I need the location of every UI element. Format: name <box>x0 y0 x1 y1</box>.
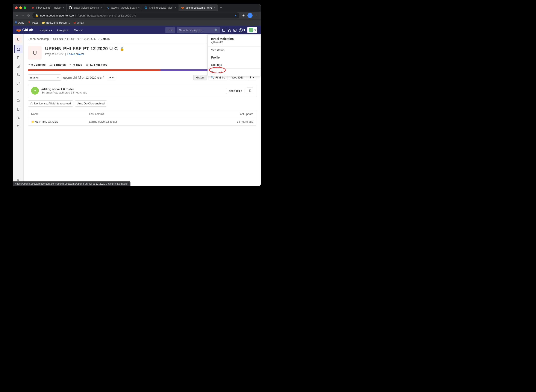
svg-point-12 <box>17 118 18 119</box>
stat-commits[interactable]: ⊸5 Commits <box>28 63 46 66</box>
table-row[interactable]: 📁 01-HTML-Git-CSS adding solve 1.6 folde… <box>28 118 256 126</box>
tab-label: Inbox (2,566) - molest <box>36 6 61 9</box>
sidebar-operations[interactable] <box>14 88 23 96</box>
google-icon: G <box>106 6 110 9</box>
sidebar-members[interactable] <box>14 122 23 130</box>
tab-cloning[interactable]: 🌐 Cloning GitLab (Mac) × <box>142 4 179 11</box>
chevron-down-icon: ▾ <box>112 76 114 79</box>
project-id-label: Project ID: 222 <box>45 52 64 56</box>
sidebar-overview[interactable] <box>14 45 23 53</box>
bookmark-apps[interactable]: ⠿Apps <box>15 21 24 24</box>
window-controls <box>15 6 26 9</box>
svg-rect-10 <box>17 100 19 102</box>
tab-github[interactable]: Israel-Molestina/clonin × <box>66 4 104 11</box>
stat-branches[interactable]: ⎇1 Branch <box>49 63 66 66</box>
col-commit-header: Last commit <box>89 112 227 116</box>
user-menu-button[interactable]: ▾ <box>247 27 257 33</box>
url-input[interactable]: 🔒 upenn.bootcampcontent.com/upenn-bootca… <box>32 12 240 19</box>
sidebar-merge-requests[interactable] <box>14 71 23 79</box>
gitlab-nav: Projects ▾ Groups ▾ More ▾ <box>38 27 85 33</box>
license-tag[interactable]: ⚖No license. All rights reserved <box>28 100 73 107</box>
bookmark-star-icon[interactable]: ★ <box>234 14 237 17</box>
menu-profile[interactable]: Profile <box>208 54 260 61</box>
sidebar-project-avatar[interactable]: U <box>15 36 22 43</box>
issues-icon[interactable] <box>222 28 226 32</box>
sidebar-repository[interactable] <box>14 54 23 62</box>
close-window-button[interactable] <box>15 6 18 9</box>
branch-select[interactable]: master ▾ <box>28 75 61 81</box>
chrome-menu-icon[interactable]: ⋮ <box>255 14 259 18</box>
svg-point-1 <box>228 29 229 30</box>
address-bar: ← → ⟳ 🔒 upenn.bootcampcontent.com/upenn-… <box>13 12 261 19</box>
search-input[interactable]: Search or jump to... 🔍 <box>177 27 220 33</box>
copy-hash-button[interactable]: ⧉ <box>247 87 253 94</box>
close-icon[interactable]: × <box>138 6 140 9</box>
back-button[interactable]: ← <box>15 14 19 17</box>
svg-rect-11 <box>17 108 19 110</box>
gitlab-header: GitLab Projects ▾ Groups ▾ More ▾ ＋ ▾ Se… <box>13 26 261 34</box>
gmail-icon: M <box>73 21 75 24</box>
gmail-icon: M <box>31 6 35 9</box>
help-icon[interactable]: ▾ <box>239 28 245 32</box>
gitlab-logo[interactable]: GitLab <box>16 28 33 32</box>
search-icon: 🔍 <box>211 76 214 79</box>
repo-path[interactable]: upenn-phi-fsf-pt-12-2020-u-c/ <box>63 76 105 79</box>
commit-hash[interactable]: cee44d1c <box>226 88 244 94</box>
close-icon[interactable]: × <box>100 6 102 9</box>
tab-gitlab-active[interactable]: upenn-bootcamp / UPE × <box>179 4 218 11</box>
close-icon[interactable]: × <box>62 6 64 9</box>
menu-sign-out[interactable]: Sign out <box>208 69 260 76</box>
tag-icon: 🏷 <box>70 63 72 66</box>
sidebar-issues[interactable] <box>14 62 23 70</box>
stat-files[interactable]: ▤51.4 MB Files <box>86 63 107 66</box>
stat-tags[interactable]: 🏷0 Tags <box>70 63 82 66</box>
close-icon[interactable]: × <box>214 6 216 9</box>
reload-button[interactable]: ⟳ <box>27 14 30 18</box>
forward-button[interactable]: → <box>21 14 24 17</box>
history-button[interactable]: History <box>193 75 207 80</box>
project-tags: ⚖No license. All rights reserved Auto De… <box>28 100 256 107</box>
nav-groups[interactable]: Groups ▾ <box>55 27 71 33</box>
sidebar-wiki[interactable] <box>14 105 23 113</box>
search-icon: 🔍 <box>214 28 218 32</box>
tab-google[interactable]: G assets - Google Searc × <box>104 4 142 11</box>
tab-inbox[interactable]: M Inbox (2,566) - molest × <box>29 4 66 11</box>
maximize-window-button[interactable] <box>24 6 26 9</box>
project-sidebar: U <box>13 34 24 186</box>
extensions-icon[interactable]: ✦ <box>242 14 245 18</box>
breadcrumb-group[interactable]: upenn-bootcamp <box>28 37 49 41</box>
new-tab-button[interactable]: + <box>218 5 225 10</box>
merge-requests-icon[interactable] <box>228 28 231 32</box>
bookmark-bootcamp[interactable]: 📁BootCamp Resour… <box>42 21 70 24</box>
minimize-window-button[interactable] <box>19 6 22 9</box>
folder-icon: 📁 <box>31 120 35 123</box>
chrome-profile-button[interactable]: I <box>247 13 253 18</box>
bookmark-maps[interactable]: 📍Maps <box>28 21 38 24</box>
svg-point-8 <box>17 75 18 76</box>
maps-pin-icon: 📍 <box>28 21 31 24</box>
nav-more[interactable]: More ▾ <box>72 27 85 33</box>
sidebar-snippets[interactable] <box>14 114 23 122</box>
menu-set-status[interactable]: Set status <box>208 47 260 54</box>
commit-title[interactable]: adding solve 1.6 folder <box>41 88 87 91</box>
bookmark-gmail[interactable]: MGmail <box>73 21 84 24</box>
sidebar-packages[interactable] <box>14 97 23 105</box>
add-file-button[interactable]: + ▾ <box>107 75 116 80</box>
create-new-button[interactable]: ＋ ▾ <box>165 27 175 33</box>
todos-icon[interactable] <box>233 28 237 32</box>
menu-settings[interactable]: Settings <box>208 61 260 68</box>
svg-point-2 <box>228 31 229 32</box>
status-bar-url: https://upenn.bootcampcontent.com/upenn-… <box>13 182 131 186</box>
nav-projects[interactable]: Projects ▾ <box>38 27 54 33</box>
svg-point-3 <box>230 31 231 32</box>
commit-author[interactable]: ScrantonPete <box>41 91 58 94</box>
devops-tag[interactable]: Auto DevOps enabled <box>75 100 107 107</box>
project-title: UPENN-PHI-FSF-PT-12-2020-U-C <box>45 46 118 51</box>
chevron-down-icon: ▾ <box>171 28 173 32</box>
close-icon[interactable]: × <box>175 6 176 9</box>
svg-rect-6 <box>17 65 19 68</box>
breadcrumb-project[interactable]: UPENN-PHI-FSF-PT-12-2020-U-C <box>53 37 96 41</box>
sidebar-cicd[interactable] <box>14 79 23 88</box>
leave-project-link[interactable]: Leave project <box>67 52 84 56</box>
commit-icon: ⊸ <box>28 63 30 66</box>
